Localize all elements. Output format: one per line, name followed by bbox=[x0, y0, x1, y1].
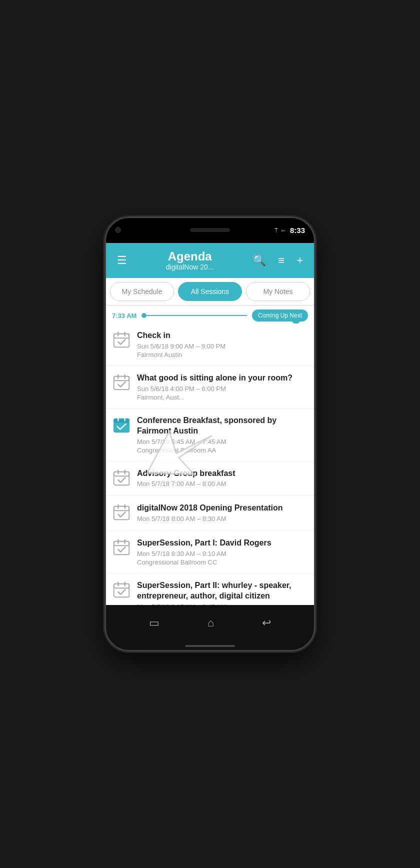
calendar-icon bbox=[112, 503, 131, 522]
tab-all-sessions[interactable]: All Sessions bbox=[178, 282, 242, 301]
svg-rect-1 bbox=[114, 334, 129, 348]
calendar-icon bbox=[112, 468, 131, 488]
coming-up-badge: Coming Up Next bbox=[252, 310, 308, 322]
svg-rect-26 bbox=[114, 584, 129, 588]
svg-rect-2 bbox=[114, 334, 129, 338]
svg-rect-10 bbox=[114, 419, 129, 424]
session-title: What good is sitting alone in your room? bbox=[137, 373, 308, 384]
session-info: What good is sitting alone in your room?… bbox=[137, 373, 308, 401]
svg-rect-21 bbox=[114, 542, 129, 555]
nav-bar: ▭ ⌂ ↩ bbox=[105, 605, 315, 641]
session-time: Mon 5/7/18 7:00 AM – 8:00 AM bbox=[137, 480, 308, 488]
calendar-icon bbox=[112, 373, 131, 392]
session-title: SuperSession, Part I: David Rogers bbox=[137, 538, 308, 548]
svg-rect-25 bbox=[114, 584, 129, 598]
session-time: Mon 5/7/18 9:15 AM – 9:45 AM bbox=[137, 603, 308, 605]
session-time: Sun 5/6/18 9:00 AM – 9:00 PM bbox=[137, 342, 308, 350]
current-time-label: 7:33 AM bbox=[112, 312, 136, 320]
session-info: Advisory Group breakfast Mon 5/7/18 7:00… bbox=[137, 468, 308, 489]
calendar-icon bbox=[112, 538, 131, 557]
app-header: ☰ Agenda digitalNow 20... 🔍 ≡ + bbox=[105, 243, 315, 278]
tab-bar: My Schedule All Sessions My Notes bbox=[105, 278, 315, 306]
list-item[interactable]: Check in Sun 5/6/18 9:00 AM – 9:00 PM Fa… bbox=[105, 324, 315, 366]
session-info: SuperSession, Part II: whurley - speaker… bbox=[137, 580, 308, 605]
svg-rect-6 bbox=[114, 376, 129, 381]
search-button[interactable]: 🔍 bbox=[248, 252, 270, 269]
list-item[interactable]: SuperSession, Part I: David Rogers Mon 5… bbox=[105, 531, 315, 574]
session-info: Check in Sun 5/6/18 9:00 AM – 9:00 PM Fa… bbox=[137, 330, 308, 358]
list-item[interactable]: SuperSession, Part II: whurley - speaker… bbox=[105, 574, 315, 605]
header-icons-right: 🔍 ≡ + bbox=[248, 252, 307, 269]
svg-rect-22 bbox=[114, 542, 129, 546]
header-title-group: Agenda digitalNow 20... bbox=[131, 250, 248, 271]
phone-frame: ⍑ ⎓ 8:33 ☰ Agenda digitalNow 20... 🔍 ≡ +… bbox=[105, 217, 315, 651]
svg-rect-13 bbox=[114, 472, 129, 485]
recent-apps-button[interactable]: ▭ bbox=[145, 612, 164, 634]
phone-screen: ⍑ ⎓ 8:33 ☰ Agenda digitalNow 20... 🔍 ≡ +… bbox=[105, 217, 315, 651]
session-time: Mon 5/7/18 8:00 AM – 8:30 AM bbox=[137, 515, 308, 522]
filter-button[interactable]: ≡ bbox=[274, 252, 288, 269]
svg-rect-5 bbox=[114, 376, 129, 390]
app-title: Agenda bbox=[131, 250, 248, 263]
session-info: digitalNow 2018 Opening Presentation Mon… bbox=[137, 503, 308, 524]
status-icons: ⍑ ⎓ 8:33 bbox=[274, 226, 305, 234]
sessions-list[interactable]: Check in Sun 5/6/18 9:00 AM – 9:00 PM Fa… bbox=[105, 324, 315, 605]
speaker-icon bbox=[190, 228, 230, 232]
session-location: Congressional Ballroom AA bbox=[137, 446, 308, 454]
list-item[interactable]: Advisory Group breakfast Mon 5/7/18 7:00… bbox=[105, 462, 315, 496]
home-button[interactable]: ⌂ bbox=[204, 612, 218, 634]
time-indicator: 7:33 AM Coming Up Next bbox=[105, 306, 315, 324]
time-dot bbox=[142, 313, 146, 318]
camera-icon bbox=[115, 227, 121, 233]
status-bar: ⍑ ⎓ 8:33 bbox=[105, 217, 315, 243]
list-item[interactable]: What good is sitting alone in your room?… bbox=[105, 366, 315, 408]
tab-my-schedule[interactable]: My Schedule bbox=[110, 282, 174, 301]
add-button[interactable]: + bbox=[292, 252, 307, 269]
bottom-bar bbox=[185, 645, 235, 647]
wifi-icon: ⍑ bbox=[274, 226, 278, 234]
calendar-icon bbox=[112, 330, 131, 350]
session-title: digitalNow 2018 Opening Presentation bbox=[137, 503, 308, 514]
session-time: Mon 5/7/18 6:45 AM – 7:45 AM bbox=[137, 438, 308, 446]
tab-my-notes[interactable]: My Notes bbox=[246, 282, 310, 301]
svg-rect-14 bbox=[114, 472, 129, 476]
list-item[interactable]: Conference Breakfast, sponsored by Fairm… bbox=[105, 408, 315, 462]
session-info: Conference Breakfast, sponsored by Fairm… bbox=[137, 416, 308, 454]
app-subtitle: digitalNow 20... bbox=[131, 263, 248, 271]
list-item[interactable]: digitalNow 2018 Opening Presentation Mon… bbox=[105, 496, 315, 531]
svg-rect-18 bbox=[114, 506, 129, 511]
session-location: Fairmont, Aust... bbox=[137, 394, 308, 401]
calendar-icon bbox=[112, 580, 131, 600]
session-title: SuperSession, Part II: whurley - speaker… bbox=[137, 580, 308, 602]
session-title: Advisory Group breakfast bbox=[137, 468, 308, 479]
time-progress-line bbox=[142, 315, 247, 316]
session-time: Mon 5/7/18 8:30 AM – 9:10 AM bbox=[137, 550, 308, 558]
calendar-checked-icon bbox=[112, 416, 131, 434]
battery-icon: ⎓ bbox=[281, 226, 285, 234]
session-time: Sun 5/6/18 4:00 PM – 6:00 PM bbox=[137, 385, 308, 392]
status-time: 8:33 bbox=[290, 226, 305, 234]
svg-rect-17 bbox=[114, 506, 129, 520]
session-location: Congressional Ballroom CC bbox=[137, 558, 308, 566]
menu-button[interactable]: ☰ bbox=[113, 252, 131, 269]
session-location: Fairmont Austin bbox=[137, 351, 308, 358]
session-info: SuperSession, Part I: David Rogers Mon 5… bbox=[137, 538, 308, 566]
bottom-indicator bbox=[105, 641, 315, 651]
session-title: Check in bbox=[137, 330, 308, 341]
session-title: Conference Breakfast, sponsored by Fairm… bbox=[137, 416, 308, 436]
back-button[interactable]: ↩ bbox=[258, 612, 275, 634]
